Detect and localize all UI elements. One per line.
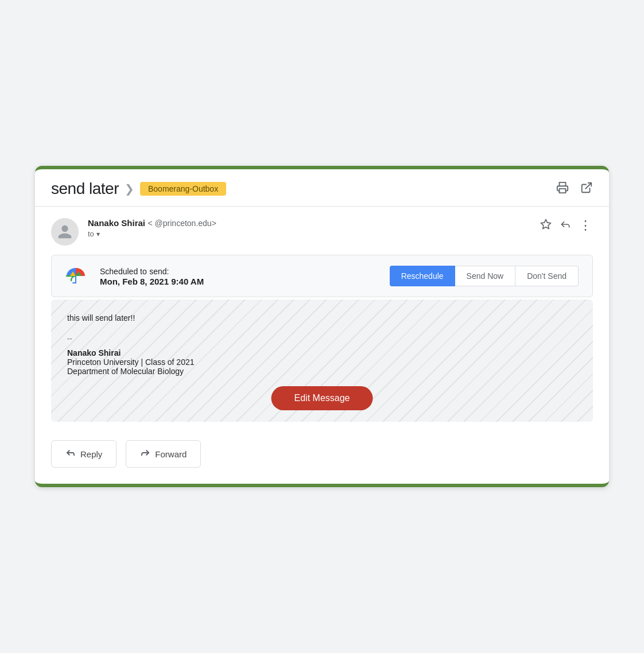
sender-name: Nanako Shirai bbox=[88, 218, 145, 228]
breadcrumb-chevron: ❯ bbox=[125, 182, 134, 196]
email-meta: Nanako Shirai < @princeton.edu> to ▾ bbox=[35, 207, 609, 255]
reply-arrow-icon bbox=[65, 448, 76, 460]
send-now-button[interactable]: Send Now bbox=[455, 266, 516, 286]
scheduled-label: Scheduled to bbox=[100, 267, 147, 276]
boomerang-logo bbox=[65, 266, 86, 286]
more-options-icon[interactable]: ⋮ bbox=[579, 218, 593, 233]
boomerang-buttons: Reschedule Send Now Don't Send bbox=[390, 266, 579, 286]
svg-marker-2 bbox=[541, 219, 551, 228]
sender-info: Nanako Shirai < @princeton.edu> to ▾ bbox=[88, 218, 540, 238]
send-label: send: bbox=[149, 267, 169, 276]
reply-button[interactable]: Reply bbox=[51, 440, 117, 468]
dont-send-button[interactable]: Don't Send bbox=[515, 266, 579, 286]
svg-rect-0 bbox=[560, 188, 566, 192]
signature-divider: -- bbox=[67, 334, 577, 343]
header-bar: send later ❯ Boomerang-Outbox bbox=[35, 169, 609, 207]
reschedule-button[interactable]: Reschedule bbox=[390, 266, 455, 286]
recipients-dropdown[interactable]: ▾ bbox=[96, 230, 100, 238]
boomerang-outbox-tag: Boomerang-Outbox bbox=[140, 182, 226, 196]
signature-line2: Department of Molecular Biology bbox=[67, 367, 577, 376]
email-actions: ⋮ bbox=[540, 218, 593, 233]
signature-line1: Princeton University | Class of 2021 bbox=[67, 357, 577, 367]
to-row: to ▾ bbox=[88, 230, 540, 238]
header-actions bbox=[556, 181, 593, 197]
forward-arrow-icon bbox=[140, 448, 150, 460]
reply-icon[interactable] bbox=[560, 219, 571, 233]
open-external-icon[interactable] bbox=[580, 181, 593, 197]
star-icon[interactable] bbox=[540, 219, 552, 233]
forward-label: Forward bbox=[155, 449, 187, 459]
avatar bbox=[51, 218, 79, 246]
forward-button[interactable]: Forward bbox=[126, 440, 201, 468]
boomerang-scheduled-box: Scheduled to send: Mon, Feb 8, 2021 9:40… bbox=[51, 255, 593, 297]
svg-line-1 bbox=[585, 182, 591, 188]
print-icon[interactable] bbox=[556, 181, 569, 197]
reply-label: Reply bbox=[80, 449, 102, 459]
message-content: this will send later!! -- Nanako Shirai … bbox=[67, 313, 577, 376]
to-label: to bbox=[88, 230, 94, 238]
scheduled-date: Mon, Feb 8, 2021 9:40 AM bbox=[100, 277, 376, 286]
reply-forward-row: Reply Forward bbox=[35, 436, 609, 484]
message-text: this will send later!! bbox=[67, 313, 577, 322]
page-title: send later bbox=[51, 180, 119, 198]
edit-message-button[interactable]: Edit Message bbox=[271, 386, 373, 410]
email-window: send later ❯ Boomerang-Outbox bbox=[35, 166, 609, 487]
scheduled-info: Scheduled to send: Mon, Feb 8, 2021 9:40… bbox=[100, 266, 376, 286]
message-body: this will send later!! -- Nanako Shirai … bbox=[51, 300, 593, 422]
signature-name: Nanako Shirai bbox=[67, 348, 577, 357]
sender-email: < @princeton.edu> bbox=[148, 219, 216, 228]
edit-message-wrapper: Edit Message bbox=[271, 386, 373, 410]
